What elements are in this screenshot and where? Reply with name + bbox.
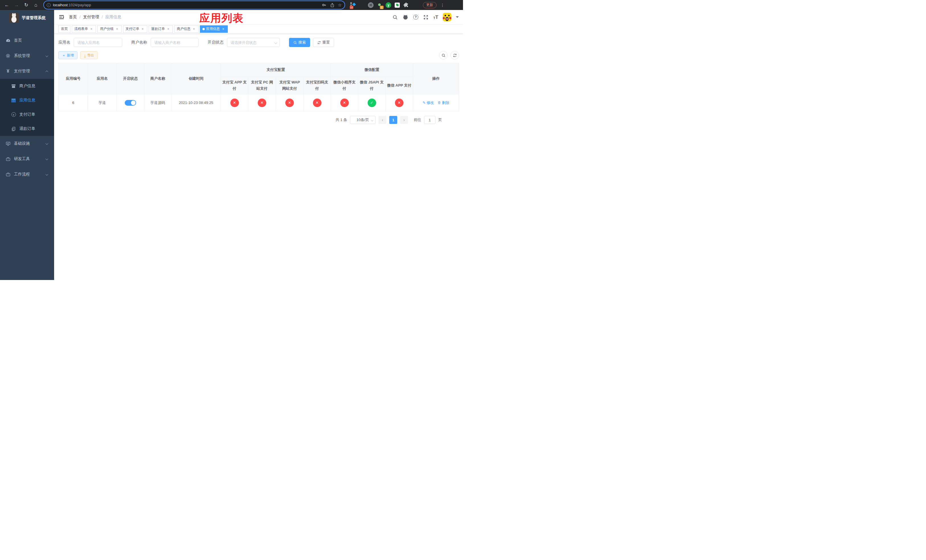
reset-button[interactable]: 重置 (313, 38, 334, 47)
col-merchant: 商户名称 (144, 63, 171, 94)
extensions-puzzle-icon[interactable] (403, 2, 409, 8)
tags-view-bar: 首页 流程表单× 用户分组× 支付订单× 退款订单× 商户信息× 应用信息× (54, 24, 463, 34)
merchant-name-input[interactable] (151, 38, 198, 47)
status-select[interactable] (227, 38, 280, 47)
extension-y-icon[interactable]: y (386, 2, 391, 8)
app-logo[interactable]: 芋道管理系统 (0, 10, 54, 26)
page-size-select[interactable]: 10条/页 (350, 116, 375, 124)
refresh-button[interactable] (451, 51, 459, 59)
add-button[interactable]: ＋新增 (58, 51, 77, 59)
sidebar-item-app-info[interactable]: 应用信息 (0, 93, 54, 107)
github-icon[interactable] (402, 14, 409, 20)
table-row: 6 芋道 芋道源码 2021-10-23 08:49:25 ✕ ✕ ✕ ✕ ✕ … (59, 94, 459, 111)
download-icon: ↓ (84, 53, 86, 57)
close-icon[interactable]: × (221, 27, 225, 31)
close-icon[interactable]: × (115, 27, 119, 31)
font-size-icon[interactable]: TT (433, 15, 438, 20)
close-icon[interactable]: × (89, 27, 94, 31)
tab-home[interactable]: 首页 (58, 25, 70, 33)
alipay-qr-status-icon: ✕ (313, 98, 321, 107)
site-info-icon[interactable]: i (47, 3, 51, 7)
wx-jsapi-status-icon: ✓ (368, 98, 376, 107)
app-title: 芋道管理系统 (22, 15, 45, 21)
browser-home-icon[interactable]: ⌂ (32, 1, 40, 9)
top-navbar: 首页 / 支付管理 / 应用信息 ? TT (54, 10, 463, 24)
sidebar-item-dev-tools[interactable]: 研发工具 (0, 151, 54, 166)
chevron-up-icon (45, 71, 48, 74)
sidebar-item-merchant-info[interactable]: 商户信息 (0, 79, 54, 93)
breadcrumb-payment[interactable]: 支付管理 (83, 15, 99, 20)
page-content: 应用名 商户名称 开启状态 搜索 (54, 34, 463, 280)
close-icon[interactable]: × (166, 27, 170, 31)
browser-forward-icon[interactable]: → (12, 1, 21, 9)
yen-icon: ¥ (5, 69, 11, 74)
status-label: 开启状态 (207, 40, 224, 45)
browser-update-button[interactable]: 更新 (423, 2, 437, 8)
app-name-input[interactable] (74, 38, 122, 47)
close-icon[interactable]: × (141, 27, 145, 31)
extension-kite-icon[interactable] (359, 2, 365, 8)
browser-profile-avatar[interactable] (412, 2, 418, 8)
sidebar-item-refund-order[interactable]: 退款订单 (0, 122, 54, 136)
bookmark-star-icon[interactable]: ☆ (338, 3, 342, 8)
documents-icon (11, 127, 16, 131)
grid-icon (11, 98, 16, 103)
extension-command-icon[interactable]: ⌘ (368, 2, 374, 8)
password-key-icon[interactable] (322, 3, 327, 8)
next-page-button[interactable]: › (400, 116, 408, 124)
browser-back-icon[interactable]: ← (3, 1, 11, 9)
tab-process-form[interactable]: 流程表单× (72, 25, 96, 33)
tab-merchant-info[interactable]: 商户信息× (174, 25, 198, 33)
briefcase-icon (5, 172, 11, 177)
chevron-down-icon (45, 54, 48, 57)
table-toolbar: ＋新增 ↓导出 (58, 51, 459, 59)
group-alipay-config: 支付宝配置 (221, 63, 331, 77)
dashboard-icon (5, 38, 11, 43)
breadcrumb: 首页 / 支付管理 / 应用信息 (69, 15, 121, 20)
col-wx-app: 微信 APP 支付 (386, 77, 413, 94)
sidebar-item-home[interactable]: 首页 (0, 33, 54, 48)
search-button[interactable]: 搜索 (289, 38, 310, 47)
caret-down-icon[interactable] (456, 16, 459, 18)
sidebar-item-pay-order[interactable]: ¥ 支付订单 (0, 107, 54, 122)
goto-page-input[interactable] (424, 116, 436, 124)
browser-extensions: 10 ⌘ 1 y (350, 2, 418, 8)
sidebar-item-system[interactable]: 系统管理 (0, 48, 54, 64)
enabled-toggle[interactable] (125, 100, 136, 106)
trash-icon (437, 101, 441, 104)
delete-link[interactable]: 删除 (437, 100, 449, 105)
share-icon[interactable] (330, 3, 334, 8)
sidebar-item-infrastructure[interactable]: 基础设施 (0, 136, 54, 151)
sidebar-item-workflow[interactable]: 工作流程 (0, 166, 54, 182)
url-text[interactable]: localhost:1024/pay/app (53, 3, 319, 7)
close-icon[interactable]: × (192, 27, 196, 31)
edit-link[interactable]: ✎修改 (422, 100, 434, 105)
browser-address-bar[interactable]: i localhost:1024/pay/app ☆ (44, 1, 345, 9)
toolbox-icon (5, 156, 11, 162)
current-page-button[interactable]: 1 (389, 116, 397, 124)
gear-icon (5, 53, 11, 58)
tab-pay-order[interactable]: 支付订单× (123, 25, 147, 33)
extension-badge: 1 (380, 6, 384, 9)
breadcrumb-home[interactable]: 首页 (69, 15, 77, 20)
browser-reload-icon[interactable]: ↻ (22, 1, 30, 9)
pagination: 共 1 条 10条/页 ‹ 1 › 前往 页 (58, 116, 459, 124)
extension-leaf-icon[interactable] (394, 2, 400, 8)
extension-status-icon[interactable]: 1 (377, 2, 383, 8)
sidebar-collapse-icon[interactable] (59, 14, 64, 20)
fullscreen-icon[interactable] (423, 14, 429, 20)
tab-user-group[interactable]: 用户分组× (97, 25, 122, 33)
tab-refund-order[interactable]: 退款订单× (149, 25, 173, 33)
search-icon[interactable] (392, 14, 398, 20)
hide-search-button[interactable] (439, 51, 448, 59)
user-avatar[interactable] (443, 13, 451, 21)
export-button[interactable]: ↓导出 (80, 51, 98, 59)
browser-menu-icon[interactable]: ⋮ (440, 3, 445, 8)
help-icon[interactable]: ? (413, 14, 419, 20)
alipay-wap-status-icon: ✕ (285, 98, 294, 107)
browser-toolbar: ← → ↻ ⌂ i localhost:1024/pay/app ☆ 10 ⌘ … (0, 0, 463, 10)
prev-page-button[interactable]: ‹ (378, 116, 386, 124)
extension-grid-icon[interactable]: 10 (350, 2, 356, 8)
tab-app-info[interactable]: 应用信息× (200, 25, 228, 33)
sidebar-item-payment[interactable]: ¥ 支付管理 (0, 64, 54, 79)
